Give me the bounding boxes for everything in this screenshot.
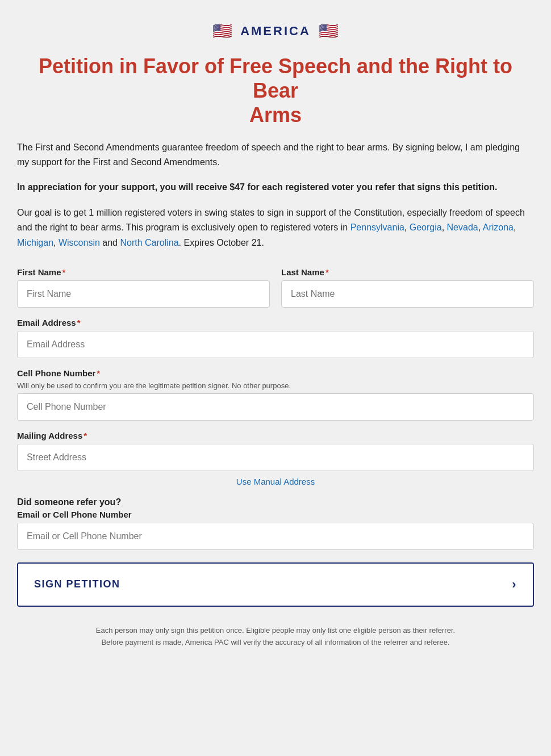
referral-sublabel: Email or Cell Phone Number (17, 510, 534, 519)
manual-address-link[interactable]: Use Manual Address (236, 477, 315, 486)
flag-right-icon: 🇺🇸 (319, 22, 339, 40)
phone-group: Cell Phone Number* Will only be used to … (17, 368, 534, 421)
footer-line1: Each person may only sign this petition … (96, 626, 455, 635)
address-group: Mailing Address* (17, 431, 534, 471)
highlight-text: In appreciation for your support, you wi… (17, 180, 534, 195)
phone-label: Cell Phone Number* (17, 368, 534, 378)
phone-input[interactable] (17, 393, 534, 421)
last-name-group: Last Name* (281, 267, 534, 308)
address-label: Mailing Address* (17, 431, 534, 440)
page-wrapper: 🇺🇸 AMERICA 🇺🇸 Petition in Favor of Free … (0, 0, 551, 679)
state-nevada[interactable]: Nevada (447, 222, 478, 232)
referral-section: Did someone refer you? Email or Cell Pho… (17, 497, 534, 550)
state-michigan[interactable]: Michigan (17, 238, 53, 247)
email-group: Email Address* (17, 318, 534, 358)
state-north-carolina[interactable]: North Carolina (120, 238, 178, 247)
state-georgia[interactable]: Georgia (410, 222, 442, 232)
first-name-group: First Name* (17, 267, 270, 308)
manual-address-container: Use Manual Address (17, 477, 534, 487)
email-label: Email Address* (17, 318, 534, 327)
state-wisconsin[interactable]: Wisconsin (59, 238, 100, 247)
referral-input[interactable] (17, 523, 534, 550)
petition-title-part2: Arms (249, 103, 302, 127)
form-section: First Name* Last Name* Email Address* Ce… (17, 267, 534, 607)
last-name-label: Last Name* (281, 267, 534, 277)
petition-title-part1: Petition in Favor of Free Speech and the… (39, 54, 512, 102)
address-input[interactable] (17, 444, 534, 471)
footer-note: Each person may only sign this petition … (17, 617, 534, 657)
header-title: AMERICA (240, 24, 311, 39)
intro-text: The First and Second Amendments guarante… (17, 140, 534, 170)
body-text: Our goal is to get 1 million registered … (17, 205, 534, 250)
email-input[interactable] (17, 331, 534, 358)
flag-left-icon: 🇺🇸 (212, 22, 232, 40)
sign-button-label: SIGN PETITION (34, 578, 120, 590)
chevron-icon: › (512, 577, 517, 592)
sign-petition-button[interactable]: SIGN PETITION › (18, 564, 533, 606)
first-name-input[interactable] (17, 280, 270, 308)
header: 🇺🇸 AMERICA 🇺🇸 (17, 11, 534, 54)
state-arizona[interactable]: Arizona (483, 222, 514, 232)
state-pennsylvania[interactable]: Pennsylvania (350, 222, 404, 232)
petition-title: Petition in Favor of Free Speech and the… (17, 54, 534, 128)
phone-sublabel: Will only be used to confirm you are the… (17, 381, 534, 390)
footer-line2: Before payment is made, America PAC will… (101, 638, 449, 646)
name-row: First Name* Last Name* (17, 267, 534, 308)
sign-button-wrapper: SIGN PETITION › (17, 562, 534, 607)
first-name-label: First Name* (17, 267, 270, 277)
last-name-input[interactable] (281, 280, 534, 308)
referral-title: Did someone refer you? (17, 497, 534, 507)
